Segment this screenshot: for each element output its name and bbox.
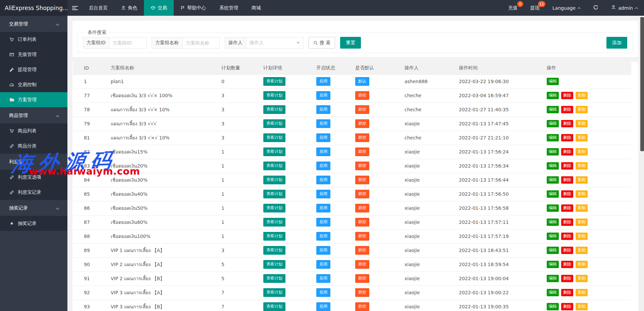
topbar-menu-item-系统管理[interactable]: 系统管理 <box>213 0 245 16</box>
copy-button[interactable]: 复制 <box>576 219 588 226</box>
view-plan-button[interactable]: 查看计划 <box>263 119 285 128</box>
group-control-tag[interactable]: 群控 <box>355 176 369 184</box>
edit-button[interactable]: 编辑 <box>547 148 559 156</box>
copy-button[interactable]: 复制 <box>576 275 588 282</box>
view-plan-button[interactable]: 查看计划 <box>263 133 285 142</box>
view-plan-button[interactable]: 查看计划 <box>263 274 285 283</box>
group-control-tag[interactable]: 群控 <box>355 302 369 311</box>
delete-button[interactable]: 删除 <box>561 148 573 156</box>
group-control-tag[interactable]: 群控 <box>355 133 369 142</box>
status-button[interactable]: 启用 <box>316 176 330 184</box>
group-control-tag[interactable]: 群控 <box>355 274 369 283</box>
view-plan-button[interactable]: 查看计划 <box>263 105 285 114</box>
copy-button[interactable]: 复制 <box>576 134 588 141</box>
delete-button[interactable]: 删除 <box>561 106 573 113</box>
edit-button[interactable]: 编辑 <box>547 92 559 99</box>
topbar-menu-item-帮助中心[interactable]: 帮助中心 <box>174 0 213 16</box>
delete-button[interactable]: 删除 <box>561 134 573 141</box>
status-button[interactable]: 启用 <box>316 302 330 311</box>
sidebar-item-订单列表[interactable]: 订单列表 <box>0 32 67 47</box>
copy-button[interactable]: 复制 <box>576 261 588 268</box>
delete-button[interactable]: 删除 <box>561 233 573 240</box>
default-tag[interactable]: 默认 <box>355 77 369 86</box>
delete-button[interactable]: 删除 <box>561 219 573 226</box>
copy-button[interactable]: 复制 <box>576 190 588 198</box>
sidebar-item-商品列表[interactable]: 商品列表 <box>0 123 67 138</box>
admin-menu[interactable]: admin <box>605 0 644 16</box>
copy-button[interactable]: 复制 <box>576 162 588 170</box>
copy-button[interactable]: 复制 <box>576 233 588 240</box>
topbar-menu-item-交易[interactable]: 交易 <box>144 0 174 16</box>
copy-button[interactable]: 复制 <box>576 303 588 310</box>
group-control-tag[interactable]: 群控 <box>355 204 369 212</box>
copy-button[interactable]: 复制 <box>576 92 588 99</box>
edit-button[interactable]: 编辑 <box>547 120 559 127</box>
language-switcher[interactable]: Language <box>546 0 587 16</box>
status-button[interactable]: 启用 <box>316 133 330 142</box>
group-control-tag[interactable]: 群控 <box>355 91 369 100</box>
delete-button[interactable]: 删除 <box>561 92 573 99</box>
status-button[interactable]: 启用 <box>316 162 330 170</box>
view-plan-button[interactable]: 查看计划 <box>263 190 285 198</box>
refresh-button[interactable] <box>587 0 605 16</box>
sidebar-group-利息宝[interactable]: 利息宝 <box>0 153 67 170</box>
edit-button[interactable]: 编辑 <box>547 261 559 268</box>
group-control-tag[interactable]: 群控 <box>355 218 369 227</box>
delete-button[interactable]: 删除 <box>561 190 573 198</box>
status-button[interactable]: 启用 <box>316 91 330 100</box>
delete-button[interactable]: 删除 <box>561 275 573 282</box>
status-button[interactable]: 启用 <box>316 260 330 269</box>
topbar-menu-item-后台首页[interactable]: 后台首页 <box>82 0 114 16</box>
view-plan-button[interactable]: 查看计划 <box>263 260 285 269</box>
sidebar-item-抽奖记录[interactable]: ★抽奖记录 <box>0 216 67 231</box>
group-control-tag[interactable]: 群控 <box>355 147 369 156</box>
sidebar-item-利息宝选项[interactable]: 利息宝选项 <box>0 170 67 185</box>
edit-button[interactable]: 编辑 <box>547 190 559 198</box>
search-input-方案组ID[interactable] <box>109 37 147 49</box>
copy-button[interactable]: 复制 <box>576 106 588 113</box>
view-plan-button[interactable]: 查看计划 <box>263 288 285 297</box>
copy-button[interactable]: 复制 <box>576 247 588 254</box>
copy-button[interactable]: 复制 <box>576 148 588 156</box>
status-button[interactable]: 启用 <box>316 147 330 156</box>
group-control-tag[interactable]: 群控 <box>355 190 369 198</box>
delete-button[interactable]: 删除 <box>561 204 573 212</box>
search-button[interactable]: 搜 索 <box>309 37 335 49</box>
sidebar-item-交易控制[interactable]: 交易控制 <box>0 77 67 92</box>
status-button[interactable]: 启用 <box>316 105 330 114</box>
delete-button[interactable]: 删除 <box>561 289 573 296</box>
edit-button[interactable]: 编辑 <box>547 275 559 282</box>
view-plan-button[interactable]: 查看计划 <box>263 176 285 184</box>
view-plan-button[interactable]: 查看计划 <box>263 302 285 311</box>
view-plan-button[interactable]: 查看计划 <box>263 162 285 170</box>
status-button[interactable]: 启用 <box>316 204 330 212</box>
sidebar-item-充值管理[interactable]: 充值管理 <box>0 47 67 62</box>
view-plan-button[interactable]: 查看计划 <box>263 232 285 241</box>
delete-button[interactable]: 删除 <box>561 247 573 254</box>
group-control-tag[interactable]: 群控 <box>355 119 369 128</box>
add-button[interactable]: 添加 <box>606 37 627 49</box>
copy-button[interactable]: 复制 <box>576 120 588 127</box>
delete-button[interactable]: 删除 <box>561 176 573 184</box>
group-control-tag[interactable]: 群控 <box>355 232 369 241</box>
group-control-tag[interactable]: 群控 <box>355 246 369 255</box>
group-control-tag[interactable]: 群控 <box>355 105 369 114</box>
sidebar-item-商品分类[interactable]: 商品分类 <box>0 138 67 153</box>
view-plan-button[interactable]: 查看计划 <box>263 147 285 156</box>
status-button[interactable]: 启用 <box>316 119 330 128</box>
edit-button[interactable]: 编辑 <box>547 134 559 141</box>
view-plan-button[interactable]: 查看计划 <box>263 91 285 100</box>
copy-button[interactable]: 复制 <box>576 204 588 212</box>
search-input-方案组名称[interactable] <box>182 37 220 49</box>
edit-button[interactable]: 编辑 <box>547 233 559 240</box>
status-button[interactable]: 启用 <box>316 218 330 227</box>
copy-button[interactable]: 复制 <box>576 176 588 184</box>
delete-button[interactable]: 删除 <box>561 120 573 127</box>
delete-button[interactable]: 删除 <box>561 162 573 170</box>
view-plan-button[interactable]: 查看计划 <box>263 218 285 227</box>
edit-button[interactable]: 编辑 <box>547 219 559 226</box>
reset-button[interactable]: 重置 <box>340 37 361 49</box>
status-button[interactable]: 启用 <box>316 190 330 198</box>
status-button[interactable]: 启用 <box>316 288 330 297</box>
operator-select[interactable]: 操作人 <box>246 37 304 49</box>
